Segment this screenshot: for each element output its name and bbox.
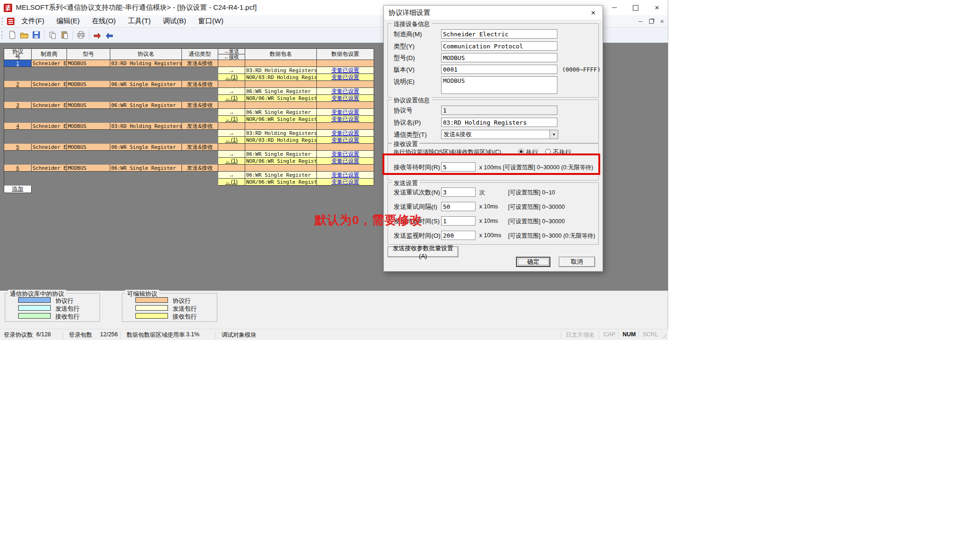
resize-grip-icon <box>662 334 667 339</box>
mdi-window-controls: × <box>638 15 664 27</box>
recv-arrow-link[interactable]: ←(1) <box>218 179 245 186</box>
status-separator <box>638 331 639 339</box>
variable-set-link[interactable]: 变量已设置 <box>331 130 359 136</box>
dialog-close-button[interactable]: × <box>587 8 600 18</box>
standby-time-unit: x 10ms <box>479 218 498 224</box>
gray-filler <box>4 179 218 186</box>
status-debug-module-label: 调试对象模块 <box>221 331 256 339</box>
copy-icon[interactable] <box>47 29 58 40</box>
recv-arrow-link[interactable]: ←(1) <box>218 95 245 102</box>
batch-settings-button[interactable]: 发送接收参数批量设置(A) <box>388 247 458 257</box>
variable-set-link[interactable]: 变量已设置 <box>331 151 359 157</box>
protocol-no-link[interactable]: 1 <box>4 60 32 67</box>
variable-set-link[interactable]: 变量已设置 <box>331 74 359 80</box>
open-folder-icon[interactable] <box>19 29 30 40</box>
toolbar-separator <box>44 30 45 40</box>
cell-protocol-name: 06:WR Single Register <box>110 81 182 88</box>
gray-filler <box>4 95 218 102</box>
menu-tools[interactable]: 工具(T) <box>122 15 157 27</box>
standby-time-input[interactable] <box>441 216 476 226</box>
menu-edit[interactable]: 编辑(E) <box>50 15 86 27</box>
cell-packet-setting: 变量已设置 <box>317 151 374 158</box>
header-protocol-no: 协议 号 <box>4 49 32 60</box>
protocol-name-input[interactable] <box>441 118 557 127</box>
monitor-time-range: [可设置范围] 0~3000 (0:无限等待) <box>508 232 595 240</box>
variable-set-link[interactable]: 变量已设置 <box>331 137 359 143</box>
retry-interval-input[interactable] <box>441 202 476 211</box>
menu-online[interactable]: 在线(O) <box>86 15 122 27</box>
protocol-row: 1 Schneider El MODBUS 03:RD Holding Regi… <box>4 60 374 67</box>
chevron-down-icon[interactable]: ▼ <box>550 130 558 139</box>
protocol-row: 6 Schneider El MODBUS 06:WR Single Regis… <box>4 165 374 172</box>
cell-empty <box>218 165 245 172</box>
mdi-minimize-icon[interactable] <box>638 21 643 22</box>
cell-empty <box>317 81 374 88</box>
variable-set-link[interactable]: 变量已设置 <box>331 95 359 101</box>
add-protocol-link[interactable]: 添加 <box>4 186 32 193</box>
new-file-icon[interactable] <box>7 29 18 40</box>
type-input[interactable] <box>441 41 557 51</box>
cell-packet-setting: 变量已设置 <box>317 74 374 81</box>
group-receive-label: 接收设置 <box>392 140 420 148</box>
ok-button[interactable]: 确定 <box>516 257 550 267</box>
receive-packet-icon[interactable] <box>104 29 115 40</box>
close-button[interactable]: × <box>646 0 668 15</box>
variable-set-link[interactable]: 变量已设置 <box>331 179 359 185</box>
cancel-button[interactable]: 取消 <box>559 257 595 267</box>
send-packet-icon[interactable] <box>92 29 103 40</box>
version-input[interactable] <box>441 65 557 74</box>
protocol-no-link[interactable]: 4 <box>4 123 32 130</box>
variable-set-link[interactable]: 变量已设置 <box>331 67 359 73</box>
description-input[interactable]: MODBUS <box>441 76 557 94</box>
paste-icon[interactable] <box>59 29 70 40</box>
mdi-restore-icon[interactable] <box>649 19 654 24</box>
protocol-no-link[interactable]: 5 <box>4 144 32 151</box>
variable-set-link[interactable]: 变量已设置 <box>331 172 359 178</box>
header-comm-type: 通信类型 <box>182 49 218 60</box>
status-packet-count-label: 登录包数 <box>69 331 92 339</box>
model-label: 型号(D) <box>394 54 415 62</box>
cell-packet-setting: 变量已设置 <box>317 172 374 179</box>
cell-packet-setting: 变量已设置 <box>317 116 374 123</box>
save-icon[interactable] <box>31 29 42 40</box>
gray-filler <box>4 74 218 81</box>
protocol-row: 5 Schneider El MODBUS 06:WR Single Regis… <box>4 144 374 151</box>
recv-arrow-link[interactable]: ←(1) <box>218 116 245 123</box>
retry-interval-range: [可设置范围] 0~30000 <box>508 203 565 211</box>
comm-type-dropdown[interactable]: 发送&接收 ▼ <box>441 130 558 139</box>
manufacturer-input[interactable] <box>441 29 557 39</box>
monitor-time-input[interactable] <box>441 231 476 240</box>
minimize-button[interactable] <box>603 0 625 15</box>
legend-label: 接收包行 <box>55 313 80 321</box>
recv-arrow-link[interactable]: ←(1) <box>218 74 245 81</box>
legend-label: 接收包行 <box>173 313 197 321</box>
menu-file[interactable]: 文件(F) <box>15 15 50 27</box>
mdi-close-icon[interactable]: × <box>660 18 664 25</box>
protocol-no-link[interactable]: 6 <box>4 165 32 172</box>
variable-set-link[interactable]: 变量已设置 <box>331 88 359 94</box>
cell-manufacturer: Schneider El <box>32 123 67 130</box>
maximize-button[interactable] <box>625 0 646 15</box>
group-protocol-info: 协议设置信息 协议号 协议名(P) 通信类型(T) 发送&接收 ▼ <box>388 100 599 143</box>
cell-empty <box>245 144 317 151</box>
monitor-time-unit: x 100ms <box>479 232 501 239</box>
cell-comm-type: 发送&接收 <box>182 123 218 130</box>
retry-count-input[interactable] <box>441 187 476 197</box>
menu-window[interactable]: 窗口(W) <box>192 15 229 27</box>
cell-packet-name: 06:WR Single Register <box>245 88 317 95</box>
print-icon[interactable] <box>75 29 87 40</box>
recv-arrow-link[interactable]: ←(1) <box>218 137 245 144</box>
comm-type-label: 通信类型(T) <box>394 131 427 139</box>
model-input[interactable] <box>441 53 557 62</box>
menu-debug[interactable]: 调试(B) <box>157 15 192 27</box>
variable-set-link[interactable]: 变量已设置 <box>331 109 359 115</box>
protocol-no-link[interactable]: 2 <box>4 81 32 88</box>
variable-set-link[interactable]: 变量已设置 <box>331 116 359 122</box>
protocol-no-link[interactable]: 3 <box>4 102 32 109</box>
recv-arrow-link[interactable]: ←(1) <box>218 158 245 165</box>
dialog-title-bar[interactable]: 协议详细设置 <box>384 6 603 20</box>
cell-packet-name: NOR/03:RD Holding Registe <box>245 137 317 144</box>
cell-packet-name: NOR/06:WR Single Register <box>245 158 317 165</box>
variable-set-link[interactable]: 变量已设置 <box>331 158 359 164</box>
toolbar-drag-handle <box>1 31 4 39</box>
